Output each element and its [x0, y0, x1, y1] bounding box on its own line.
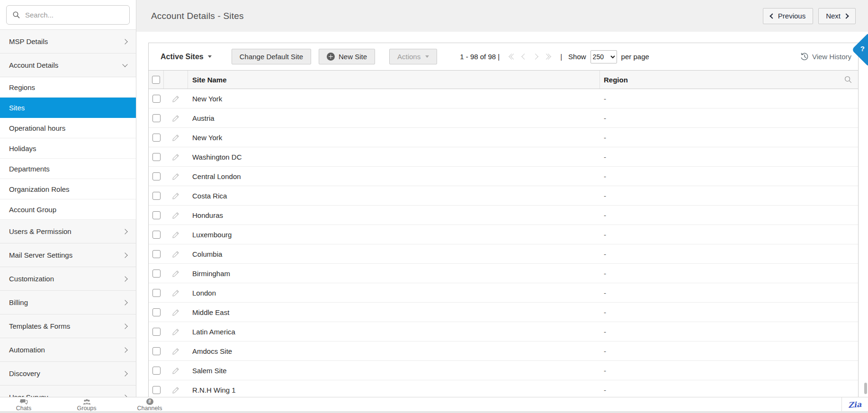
table-row[interactable]: Birmingham -: [149, 264, 858, 283]
site-name-link[interactable]: Central London: [188, 172, 600, 180]
change-default-site-button[interactable]: Change Default Site: [232, 49, 311, 64]
site-name-link[interactable]: Austria: [188, 114, 600, 122]
row-checkbox[interactable]: [152, 250, 161, 258]
sidebar-item[interactable]: Templates & Forms: [0, 314, 136, 338]
site-name-link[interactable]: London: [188, 289, 600, 297]
row-checkbox[interactable]: [152, 269, 161, 278]
table-row[interactable]: Luxembourg -: [149, 225, 858, 244]
row-checkbox[interactable]: [152, 328, 161, 336]
channels-button[interactable]: # Channels: [126, 397, 173, 412]
site-name-link[interactable]: New York: [188, 95, 600, 103]
edit-button[interactable]: [164, 172, 188, 181]
table-row[interactable]: Austria -: [149, 108, 858, 128]
edit-button[interactable]: [164, 153, 188, 162]
sidebar-item[interactable]: Departments: [0, 159, 136, 179]
sidebar-item[interactable]: Mail Server Settings: [0, 243, 136, 267]
edit-button[interactable]: [164, 327, 188, 336]
select-all-checkbox[interactable]: [152, 76, 160, 84]
sidebar-item[interactable]: Sites: [0, 98, 136, 118]
sidebar-item[interactable]: Operational hours: [0, 118, 136, 138]
row-checkbox[interactable]: [152, 386, 161, 394]
edit-button[interactable]: [164, 114, 188, 123]
table-row[interactable]: New York -: [149, 89, 858, 108]
site-name-link[interactable]: Luxembourg: [188, 231, 600, 239]
table-row[interactable]: Honduras -: [149, 206, 858, 225]
site-name-link[interactable]: Costa Rica: [188, 192, 600, 200]
previous-button[interactable]: Previous: [763, 8, 813, 24]
row-checkbox[interactable]: [152, 153, 161, 161]
table-row[interactable]: Salem Site -: [149, 361, 858, 380]
chats-button[interactable]: Chats: [0, 397, 47, 412]
row-checkbox[interactable]: [152, 367, 161, 375]
edit-button[interactable]: [164, 308, 188, 317]
new-site-button[interactable]: New Site: [319, 49, 375, 64]
edit-button[interactable]: [164, 191, 188, 200]
next-button[interactable]: Next: [818, 8, 856, 24]
edit-button[interactable]: [164, 230, 188, 239]
view-selector-dropdown[interactable]: Active Sites: [161, 53, 212, 61]
edit-button[interactable]: [164, 211, 188, 220]
row-checkbox[interactable]: [152, 211, 161, 219]
view-history-button[interactable]: View History: [800, 52, 851, 61]
edit-button[interactable]: [164, 288, 188, 297]
table-row[interactable]: Amdocs Site -: [149, 341, 858, 361]
sidebar-item[interactable]: Holidays: [0, 138, 136, 159]
edit-button[interactable]: [164, 133, 188, 142]
table-row[interactable]: Columbia -: [149, 244, 858, 264]
sidebar-item[interactable]: Regions: [0, 77, 136, 98]
site-name-link[interactable]: Middle East: [188, 308, 600, 316]
previous-page-button[interactable]: [519, 52, 530, 62]
search-input[interactable]: Search...: [6, 5, 130, 25]
sidebar-item[interactable]: User Survey: [0, 386, 136, 397]
groups-button[interactable]: Groups: [63, 397, 110, 412]
last-page-button[interactable]: [541, 52, 554, 62]
help-question-icon[interactable]: ?: [860, 45, 865, 53]
scrollbar-thumb[interactable]: [864, 383, 867, 394]
site-name-link[interactable]: Amdocs Site: [188, 347, 600, 355]
table-row[interactable]: Latin America -: [149, 322, 858, 341]
sidebar-item[interactable]: Account Details: [0, 54, 136, 77]
table-row[interactable]: London -: [149, 283, 858, 303]
per-page-select[interactable]: 250: [591, 50, 617, 63]
table-row[interactable]: R.N.H Wing 1 -: [149, 380, 858, 397]
site-name-link[interactable]: Birmingham: [188, 269, 600, 278]
sidebar-item[interactable]: Discovery: [0, 362, 136, 386]
sidebar-item[interactable]: Account Group: [0, 199, 136, 220]
sidebar-item[interactable]: Organization Roles: [0, 179, 136, 199]
row-checkbox[interactable]: [152, 347, 161, 355]
edit-button[interactable]: [164, 386, 188, 395]
column-header-region[interactable]: Region: [600, 71, 858, 89]
edit-button[interactable]: [164, 94, 188, 103]
row-checkbox[interactable]: [152, 172, 161, 180]
row-checkbox[interactable]: [152, 134, 161, 142]
actions-dropdown-button[interactable]: Actions: [389, 49, 437, 64]
row-checkbox[interactable]: [152, 308, 161, 316]
sidebar-item[interactable]: Automation: [0, 338, 136, 362]
edit-button[interactable]: [164, 250, 188, 259]
row-checkbox[interactable]: [152, 289, 161, 297]
site-name-link[interactable]: New York: [188, 134, 600, 142]
row-checkbox[interactable]: [152, 231, 161, 239]
edit-button[interactable]: [164, 269, 188, 278]
sidebar-item[interactable]: Users & Permission: [0, 220, 136, 243]
table-row[interactable]: New York -: [149, 128, 858, 147]
site-name-link[interactable]: Latin America: [188, 328, 600, 336]
sidebar-item[interactable]: Billing: [0, 291, 136, 314]
column-header-site-name[interactable]: Site Name: [188, 71, 600, 89]
table-row[interactable]: Central London -: [149, 167, 858, 186]
site-name-link[interactable]: R.N.H Wing 1: [188, 386, 600, 394]
table-row[interactable]: Washington DC -: [149, 147, 858, 167]
site-name-link[interactable]: Washington DC: [188, 153, 600, 161]
sidebar-item[interactable]: MSP Details: [0, 30, 136, 54]
edit-button[interactable]: [164, 347, 188, 356]
table-row[interactable]: Middle East -: [149, 303, 858, 322]
zia-assistant-button[interactable]: Zia: [841, 397, 868, 412]
site-name-link[interactable]: Salem Site: [188, 367, 600, 375]
row-checkbox[interactable]: [152, 192, 161, 200]
first-page-button[interactable]: [506, 52, 519, 62]
next-page-button[interactable]: [530, 52, 541, 62]
edit-button[interactable]: [164, 366, 188, 375]
site-name-link[interactable]: Honduras: [188, 211, 600, 219]
sidebar-item[interactable]: Customization: [0, 267, 136, 291]
site-name-link[interactable]: Columbia: [188, 250, 600, 258]
